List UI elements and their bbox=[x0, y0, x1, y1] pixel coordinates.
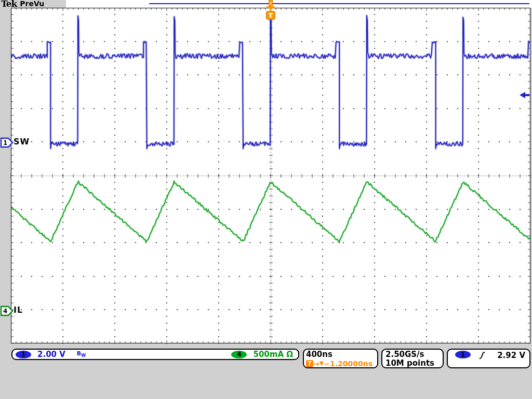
ch1-label: SW bbox=[14, 137, 30, 147]
ch1-ground-marker[interactable]: 1 bbox=[1, 137, 14, 148]
ch4-ground-marker[interactable]: 4 bbox=[1, 305, 14, 316]
acquisition-readout-box[interactable]: 2.50GS/s 10M points bbox=[381, 349, 444, 368]
trigger-delay-t-icon: T bbox=[306, 360, 313, 367]
channel-readouts-box[interactable]: 1 2.00 V BW 4 500mA Ω bbox=[11, 349, 299, 360]
acquisition-status: PreVu bbox=[20, 0, 44, 8]
trigger-level-value: 2.92 V bbox=[497, 351, 525, 360]
sample-rate: 2.50GS/s bbox=[385, 350, 440, 359]
arrow-right-icon: → bbox=[313, 360, 320, 368]
ch4-label: IL bbox=[14, 305, 23, 315]
ch1-vertical-scale: 2.00 V bbox=[37, 350, 65, 359]
trigger-readout-box[interactable]: 1 2.92 V bbox=[447, 349, 530, 368]
ch1-badge[interactable]: 1 bbox=[16, 351, 31, 358]
horizontal-scale: 400ns bbox=[306, 350, 375, 359]
ch1-bandwidth-indicator: BW bbox=[77, 350, 86, 358]
header: Tek PreVu bbox=[0, 0, 66, 8]
trigger-down-arrow-icon bbox=[265, 6, 276, 11]
ch4-badge[interactable]: 4 bbox=[231, 351, 247, 358]
ch4-vertical-scale: 500mA Ω bbox=[253, 350, 293, 359]
trigger-position-marker[interactable]: T bbox=[265, 0, 276, 20]
ch1-marker-number: 1 bbox=[3, 139, 7, 147]
trigger-position-bar-icon bbox=[269, 0, 273, 6]
tek-logo: Tek bbox=[1, 0, 17, 8]
trigger-delay-value: −1.20000ns bbox=[324, 360, 373, 368]
triangle-down-icon: ▼ bbox=[320, 360, 324, 367]
trigger-level-arrow-icon[interactable] bbox=[520, 91, 530, 99]
timebase-readout-box[interactable]: 400ns T → ▼ −1.20000ns bbox=[303, 349, 378, 368]
trigger-delay-readout: T → ▼ −1.20000ns bbox=[306, 359, 375, 368]
trigger-t-badge: T bbox=[266, 11, 275, 20]
ch4-marker-number: 4 bbox=[3, 308, 7, 315]
record-length: 10M points bbox=[385, 359, 440, 368]
trigger-source-badge: 1 bbox=[455, 351, 471, 358]
rising-edge-slope-icon bbox=[478, 351, 486, 360]
scope-graticule-canvas bbox=[0, 0, 532, 399]
record-length-bar bbox=[149, 3, 529, 4]
